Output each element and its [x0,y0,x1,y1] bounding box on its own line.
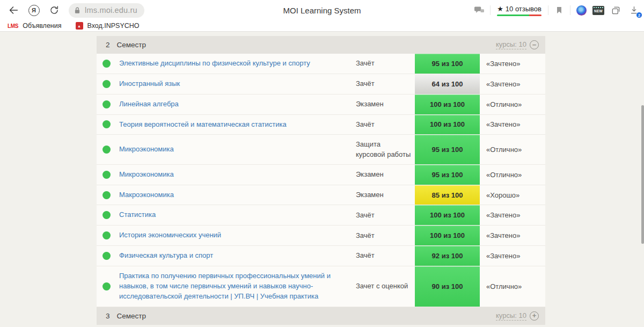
course-link[interactable]: Статистика [119,210,156,220]
score-badge: 100 из 100 [415,115,480,135]
status-cell [97,74,119,94]
toolbar-divider [490,5,491,15]
course-row: История экономических учений Зачёт 100 и… [97,226,545,246]
grade-text: «Отлично» [480,266,545,307]
status-dot-icon [103,282,111,290]
back-arrow-icon [8,4,19,16]
score-badge: 64 из 100 [415,74,480,94]
gradebook-table: 2 Семестр курсы: 10 − Элективные дисципл… [97,36,545,325]
bookmark-label: Объявления [23,22,61,30]
course-link[interactable]: Практика по получению первичных професси… [119,271,348,302]
downloads-badge: 2 [636,12,642,18]
course-name-cell: Элективные дисциплины по физической куль… [119,54,356,74]
url-text: lms.moi.edu.ru [85,6,137,14]
assessment-type: Зачёт [356,246,415,266]
extension-browser-icon[interactable] [575,3,587,17]
browser-toolbar: Я lms.moi.edu.ru MOI Learning System [0,0,644,20]
status-cell [97,185,119,205]
protect-icon[interactable] [473,3,485,17]
semester-3-header: 3 Семестр курсы: 10 + [97,307,545,325]
address-bar[interactable]: lms.moi.edu.ru [69,3,144,18]
bookmark-item-inpsycho[interactable]: ▲ Вход.INPSYCHO [76,22,140,30]
extension-circle-icon [576,5,587,16]
course-name-cell: Практика по получению первичных професси… [119,266,356,307]
courses-count: 10 [519,40,526,48]
score-badge: 92 из 100 [415,246,480,266]
page-scrollbar[interactable] [641,105,644,244]
assessment-type: Экзамен [356,165,415,185]
status-cell [97,205,119,225]
course-link[interactable]: Макроэкономика [119,190,174,200]
course-name-cell: Макроэкономика [119,185,356,205]
refresh-icon [49,5,60,16]
yandex-browser-button[interactable]: Я [27,3,41,17]
grade-text: «Отлично» [480,95,545,114]
status-cell [97,115,119,135]
toolbar-right-icons: ★ 10 отзывов NEW [473,0,640,20]
bookmark-icon[interactable] [553,3,565,17]
course-row: Микроэкономика Защита курсовой работы 95… [97,135,545,164]
star-icon: ★ [497,5,503,12]
course-name-cell: Теория вероятностей и математическая ста… [119,115,356,135]
score-badge: 100 из 100 [415,205,480,225]
status-dot-icon [103,171,111,179]
status-cell [97,54,119,74]
course-row: Микроэкономика Экзамен 95 из 100 «Отличн… [97,165,545,185]
refresh-button[interactable] [47,3,61,17]
grade-text: «Зачтено» [480,246,545,266]
semester-2-courses-link[interactable]: курсы: 10 [496,40,526,49]
course-name-cell: Статистика [119,205,356,225]
status-cell [97,226,119,245]
expand-icon[interactable]: + [530,311,539,321]
bookmark-item-announcements[interactable]: LMS Объявления [8,22,62,30]
grade-text: «Зачтено» [480,205,545,225]
course-link[interactable]: Микроэкономика [119,144,174,155]
course-link[interactable]: Иностранный язык [119,79,180,89]
semester-2-header: 2 Семестр курсы: 10 − [97,36,545,54]
assessment-type: Зачёт [356,226,415,245]
course-row: Макроэкономика Экзамен 85 из 100 «Хорошо… [97,185,545,206]
assessment-type: Зачёт [356,205,415,225]
score-badge: 95 из 100 [415,54,480,74]
semester-2-rows: Элективные дисциплины по физической куль… [97,54,545,307]
score-badge: 90 из 100 [415,266,480,307]
status-dot-icon [103,191,111,199]
grade-text: «Зачтено» [480,54,545,74]
collapse-icon[interactable]: − [530,40,539,49]
course-row: Линейная алгебра Экзамен 100 из 100 «Отл… [97,95,545,115]
score-badge: 95 из 100 [415,165,480,185]
course-link[interactable]: Элективные дисциплины по физической куль… [119,59,310,69]
course-name-cell: Иностранный язык [119,74,356,94]
browser-chrome: Я lms.moi.edu.ru MOI Learning System [0,0,644,32]
status-dot-icon [103,231,111,239]
course-link[interactable]: История экономических учений [119,230,221,241]
bookmarks-bar: LMS Объявления ▲ Вход.INPSYCHO [0,20,644,31]
assessment-type: Зачет с оценкой [356,266,415,307]
grade-text: «Отлично» [480,165,545,185]
course-link[interactable]: Физическая культура и спорт [119,251,213,261]
course-link[interactable]: Микроэкономика [119,170,174,180]
collections-icon[interactable] [610,3,621,17]
status-cell [97,135,119,164]
course-link[interactable]: Линейная алгебра [119,99,179,110]
rating-bar [497,14,541,16]
semester-number: 2 [106,41,110,49]
course-name-cell: Линейная алгебра [119,95,356,114]
course-link[interactable]: Теория вероятностей и математическая ста… [119,120,287,130]
reviews-count: 10 отзывов [506,5,541,13]
assessment-type: Экзамен [356,185,415,205]
score-badge: 95 из 100 [415,135,480,164]
assessment-type: Экзамен [356,95,415,114]
assessment-type: Зачёт [356,115,415,135]
courses-label: курсы: [496,311,517,319]
bookmark-label: Вход.INPSYCHO [87,22,140,30]
extension-new-icon[interactable]: NEW [592,3,604,17]
back-button[interactable] [6,3,20,17]
courses-label: курсы: [496,40,517,48]
score-badge: 100 из 100 [415,226,480,245]
semester-3-courses-link[interactable]: курсы: 10 [496,311,526,321]
status-cell [97,95,119,114]
grade-text: «Зачтено» [480,74,545,94]
downloads-button[interactable]: 2 [628,3,640,17]
site-rating-widget[interactable]: ★ 10 отзывов [495,5,543,16]
